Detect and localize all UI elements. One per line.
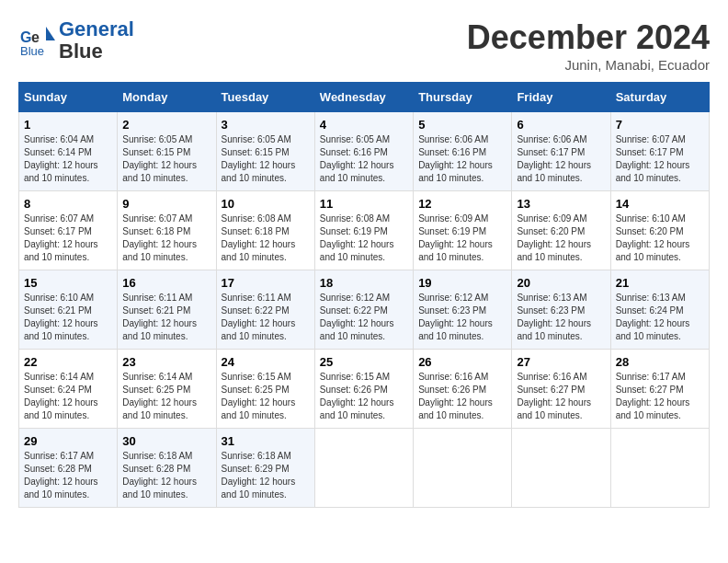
- calendar-cell: [512, 429, 610, 508]
- calendar-cell: 20 Sunrise: 6:13 AM Sunset: 6:23 PM Dayl…: [512, 270, 610, 350]
- calendar-week-2: 8 Sunrise: 6:07 AM Sunset: 6:17 PM Dayli…: [19, 191, 710, 270]
- day-info: Sunrise: 6:06 AM Sunset: 6:16 PM Dayligh…: [418, 133, 506, 185]
- calendar-cell: 26 Sunrise: 6:16 AM Sunset: 6:26 PM Dayl…: [414, 350, 512, 429]
- calendar-cell: 24 Sunrise: 6:15 AM Sunset: 6:25 PM Dayl…: [216, 350, 314, 429]
- day-number: 24: [222, 355, 310, 369]
- calendar-cell: 17 Sunrise: 6:11 AM Sunset: 6:22 PM Dayl…: [216, 270, 314, 350]
- day-info: Sunrise: 6:05 AM Sunset: 6:15 PM Dayligh…: [122, 133, 210, 185]
- day-info: Sunrise: 6:14 AM Sunset: 6:24 PM Dayligh…: [24, 371, 112, 422]
- calendar-cell: [314, 429, 413, 508]
- header-thursday: Thursday: [414, 83, 512, 112]
- calendar-cell: 19 Sunrise: 6:12 AM Sunset: 6:23 PM Dayl…: [414, 270, 512, 350]
- day-info: Sunrise: 6:16 AM Sunset: 6:27 PM Dayligh…: [517, 371, 605, 422]
- location-subtitle: Junin, Manabi, Ecuador: [467, 57, 710, 73]
- day-number: 26: [418, 355, 506, 369]
- calendar-cell: 4 Sunrise: 6:05 AM Sunset: 6:16 PM Dayli…: [314, 112, 413, 191]
- svg-text:G: G: [20, 29, 31, 45]
- day-info: Sunrise: 6:11 AM Sunset: 6:22 PM Dayligh…: [222, 292, 310, 343]
- day-number: 5: [418, 118, 506, 132]
- day-info: Sunrise: 6:16 AM Sunset: 6:26 PM Dayligh…: [418, 371, 506, 422]
- day-number: 3: [222, 118, 310, 132]
- day-number: 29: [24, 434, 112, 448]
- day-number: 21: [616, 276, 704, 290]
- logo-text: GeneralBlue: [59, 18, 134, 63]
- day-number: 15: [24, 276, 112, 290]
- day-info: Sunrise: 6:15 AM Sunset: 6:25 PM Dayligh…: [222, 371, 310, 422]
- day-info: Sunrise: 6:10 AM Sunset: 6:21 PM Dayligh…: [24, 292, 112, 343]
- day-number: 31: [222, 434, 310, 448]
- day-info: Sunrise: 6:07 AM Sunset: 6:18 PM Dayligh…: [122, 213, 210, 264]
- day-info: Sunrise: 6:18 AM Sunset: 6:29 PM Dayligh…: [222, 450, 310, 501]
- day-number: 6: [517, 118, 605, 132]
- day-info: Sunrise: 6:14 AM Sunset: 6:25 PM Dayligh…: [122, 371, 210, 422]
- day-info: Sunrise: 6:18 AM Sunset: 6:28 PM Dayligh…: [122, 450, 210, 501]
- calendar-cell: 5 Sunrise: 6:06 AM Sunset: 6:16 PM Dayli…: [414, 112, 512, 191]
- day-number: 4: [320, 118, 408, 132]
- day-info: Sunrise: 6:05 AM Sunset: 6:15 PM Dayligh…: [222, 133, 310, 185]
- day-info: Sunrise: 6:12 AM Sunset: 6:23 PM Dayligh…: [418, 292, 506, 343]
- calendar-cell: 8 Sunrise: 6:07 AM Sunset: 6:17 PM Dayli…: [19, 191, 118, 270]
- day-number: 23: [122, 355, 210, 369]
- day-number: 25: [320, 355, 408, 369]
- day-number: 28: [616, 355, 704, 369]
- day-info: Sunrise: 6:17 AM Sunset: 6:28 PM Dayligh…: [24, 450, 112, 501]
- calendar-week-3: 15 Sunrise: 6:10 AM Sunset: 6:21 PM Dayl…: [19, 270, 710, 350]
- calendar-cell: 12 Sunrise: 6:09 AM Sunset: 6:19 PM Dayl…: [414, 191, 512, 270]
- day-info: Sunrise: 6:05 AM Sunset: 6:16 PM Dayligh…: [320, 133, 408, 185]
- svg-marker-3: [46, 27, 55, 40]
- day-info: Sunrise: 6:12 AM Sunset: 6:22 PM Dayligh…: [320, 292, 408, 343]
- calendar-cell: 22 Sunrise: 6:14 AM Sunset: 6:24 PM Dayl…: [19, 350, 118, 429]
- page-header: G e Blue GeneralBlue December 2024 Junin…: [18, 18, 710, 73]
- calendar-week-5: 29 Sunrise: 6:17 AM Sunset: 6:28 PM Dayl…: [19, 429, 710, 508]
- svg-text:Blue: Blue: [20, 44, 44, 58]
- calendar-cell: [414, 429, 512, 508]
- day-info: Sunrise: 6:11 AM Sunset: 6:21 PM Dayligh…: [122, 292, 210, 343]
- calendar-cell: 10 Sunrise: 6:08 AM Sunset: 6:18 PM Dayl…: [216, 191, 314, 270]
- calendar-cell: 25 Sunrise: 6:15 AM Sunset: 6:26 PM Dayl…: [314, 350, 413, 429]
- day-number: 1: [24, 118, 112, 132]
- day-number: 27: [517, 355, 605, 369]
- calendar-cell: 28 Sunrise: 6:17 AM Sunset: 6:27 PM Dayl…: [610, 350, 709, 429]
- day-number: 13: [517, 197, 605, 211]
- calendar-cell: 7 Sunrise: 6:07 AM Sunset: 6:17 PM Dayli…: [610, 112, 709, 191]
- day-number: 30: [122, 434, 210, 448]
- calendar-cell: 30 Sunrise: 6:18 AM Sunset: 6:28 PM Dayl…: [118, 429, 216, 508]
- day-number: 10: [222, 197, 310, 211]
- day-info: Sunrise: 6:08 AM Sunset: 6:18 PM Dayligh…: [222, 213, 310, 264]
- day-info: Sunrise: 6:17 AM Sunset: 6:27 PM Dayligh…: [616, 371, 704, 422]
- day-number: 2: [122, 118, 210, 132]
- header-saturday: Saturday: [610, 83, 709, 112]
- day-number: 7: [616, 118, 704, 132]
- day-info: Sunrise: 6:07 AM Sunset: 6:17 PM Dayligh…: [24, 213, 112, 264]
- calendar-cell: 21 Sunrise: 6:13 AM Sunset: 6:24 PM Dayl…: [610, 270, 709, 350]
- calendar-week-1: 1 Sunrise: 6:04 AM Sunset: 6:14 PM Dayli…: [19, 112, 710, 191]
- calendar-header-row: SundayMondayTuesdayWednesdayThursdayFrid…: [19, 83, 710, 112]
- logo-icon: G e Blue: [18, 22, 55, 59]
- calendar-cell: 13 Sunrise: 6:09 AM Sunset: 6:20 PM Dayl…: [512, 191, 610, 270]
- day-info: Sunrise: 6:06 AM Sunset: 6:17 PM Dayligh…: [517, 133, 605, 185]
- calendar-cell: [610, 429, 709, 508]
- day-number: 14: [616, 197, 704, 211]
- calendar-cell: 18 Sunrise: 6:12 AM Sunset: 6:22 PM Dayl…: [314, 270, 413, 350]
- logo: G e Blue GeneralBlue: [18, 18, 134, 63]
- svg-text:e: e: [31, 29, 40, 45]
- day-info: Sunrise: 6:09 AM Sunset: 6:20 PM Dayligh…: [517, 213, 605, 264]
- day-info: Sunrise: 6:08 AM Sunset: 6:19 PM Dayligh…: [320, 213, 408, 264]
- day-info: Sunrise: 6:13 AM Sunset: 6:23 PM Dayligh…: [517, 292, 605, 343]
- calendar-cell: 6 Sunrise: 6:06 AM Sunset: 6:17 PM Dayli…: [512, 112, 610, 191]
- header-wednesday: Wednesday: [314, 83, 413, 112]
- calendar-cell: 16 Sunrise: 6:11 AM Sunset: 6:21 PM Dayl…: [118, 270, 216, 350]
- day-number: 16: [122, 276, 210, 290]
- calendar-cell: 23 Sunrise: 6:14 AM Sunset: 6:25 PM Dayl…: [118, 350, 216, 429]
- header-tuesday: Tuesday: [216, 83, 314, 112]
- month-title: December 2024: [467, 18, 710, 57]
- calendar-cell: 14 Sunrise: 6:10 AM Sunset: 6:20 PM Dayl…: [610, 191, 709, 270]
- day-info: Sunrise: 6:09 AM Sunset: 6:19 PM Dayligh…: [418, 213, 506, 264]
- day-number: 8: [24, 197, 112, 211]
- calendar-week-4: 22 Sunrise: 6:14 AM Sunset: 6:24 PM Dayl…: [19, 350, 710, 429]
- day-info: Sunrise: 6:15 AM Sunset: 6:26 PM Dayligh…: [320, 371, 408, 422]
- header-friday: Friday: [512, 83, 610, 112]
- header-sunday: Sunday: [19, 83, 118, 112]
- calendar-cell: 3 Sunrise: 6:05 AM Sunset: 6:15 PM Dayli…: [216, 112, 314, 191]
- day-number: 12: [418, 197, 506, 211]
